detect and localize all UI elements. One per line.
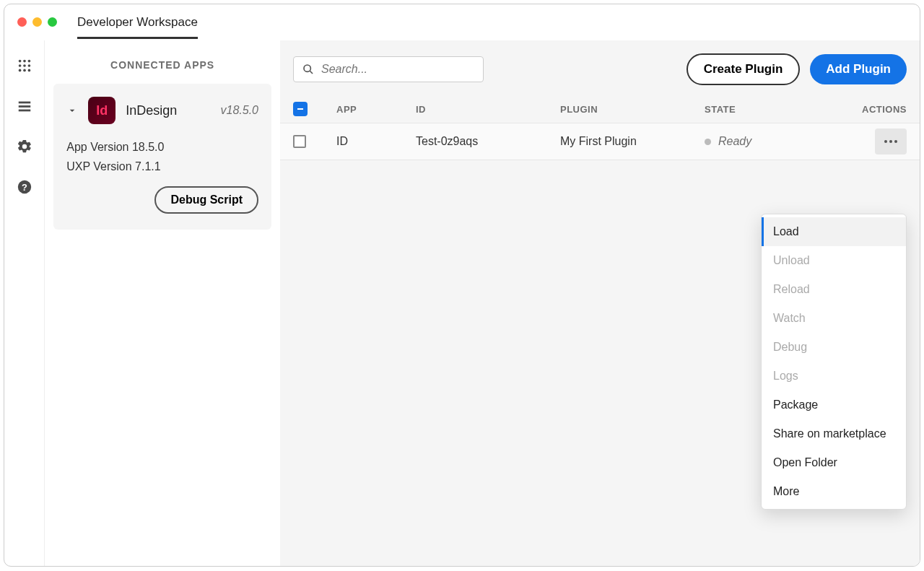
minimize-icon[interactable] — [32, 17, 42, 27]
svg-rect-9 — [18, 102, 30, 104]
add-plugin-button[interactable]: Add Plugin — [810, 54, 907, 84]
connected-app-card: Id InDesign v18.5.0 App Version 18.5.0 U… — [53, 84, 271, 230]
sidebar-title: CONNECTED APPS — [53, 51, 271, 84]
svg-point-5 — [27, 64, 30, 67]
cell-plugin: My First Plugin — [560, 135, 705, 148]
window-controls — [17, 17, 57, 27]
state-label: Ready — [718, 135, 751, 148]
svg-point-14 — [304, 65, 310, 71]
svg-point-4 — [23, 64, 26, 67]
app-version-detail: App Version 18.5.0 — [66, 137, 258, 157]
search-icon — [302, 63, 314, 76]
nav-rail: ? — [4, 40, 44, 566]
svg-point-6 — [18, 69, 21, 72]
gear-icon[interactable] — [17, 139, 32, 154]
row-checkbox[interactable] — [293, 135, 306, 148]
table-header: APP ID PLUGIN STATE ACTIONS — [280, 95, 920, 123]
svg-point-3 — [18, 64, 21, 67]
debug-script-button[interactable]: Debug Script — [154, 186, 258, 214]
main-panel: Create Plugin Add Plugin APP ID PLUGIN S… — [280, 40, 920, 566]
menu-item-reload: Reload — [762, 275, 906, 304]
svg-point-7 — [23, 69, 26, 72]
app-header[interactable]: Id InDesign v18.5.0 — [66, 97, 258, 124]
cell-state: Ready — [705, 135, 849, 148]
menu-item-more[interactable]: More — [762, 477, 906, 506]
menu-item-debug: Debug — [762, 333, 906, 362]
menu-item-share-on-marketplace[interactable]: Share on marketplace — [762, 419, 906, 448]
svg-point-2 — [27, 60, 30, 63]
cell-id: Test-0z9aqs — [416, 135, 560, 148]
toolbar: Create Plugin Add Plugin — [280, 40, 920, 95]
create-plugin-button[interactable]: Create Plugin — [687, 53, 801, 85]
svg-text:?: ? — [22, 182, 27, 193]
apps-grid-icon[interactable] — [17, 58, 32, 74]
menu-item-load[interactable]: Load — [762, 217, 906, 246]
svg-point-8 — [27, 69, 30, 72]
cell-app: ID — [336, 135, 416, 148]
body: ? CONNECTED APPS Id InDesign v18.5.0 App… — [4, 40, 920, 566]
maximize-icon[interactable] — [48, 17, 57, 27]
chevron-down-icon — [66, 105, 78, 116]
app-name: InDesign — [126, 103, 210, 118]
col-state: STATE — [705, 104, 849, 115]
state-dot-icon — [705, 139, 711, 145]
app-version: v18.5.0 — [221, 104, 258, 117]
col-plugin: PLUGIN — [560, 104, 705, 115]
select-all-checkbox[interactable] — [293, 102, 308, 116]
col-app: APP — [336, 104, 416, 115]
menu-item-unload: Unload — [762, 246, 906, 275]
close-icon[interactable] — [17, 17, 27, 27]
menu-item-watch: Watch — [762, 304, 906, 333]
svg-rect-10 — [18, 105, 30, 108]
indesign-icon: Id — [88, 97, 116, 124]
col-id: ID — [416, 104, 560, 115]
app-window: Developer Workspace ? CONNECTED APPS Id — [4, 4, 920, 567]
tab-developer-workspace[interactable]: Developer Workspace — [77, 5, 198, 39]
search-input[interactable] — [321, 63, 474, 76]
svg-rect-11 — [18, 110, 30, 112]
help-icon[interactable]: ? — [17, 179, 32, 195]
menu-item-package[interactable]: Package — [762, 391, 906, 419]
col-actions: ACTIONS — [849, 104, 907, 115]
svg-point-1 — [23, 60, 26, 63]
menu-item-open-folder[interactable]: Open Folder — [762, 448, 906, 477]
titlebar: Developer Workspace — [4, 4, 920, 40]
actions-menu: LoadUnloadReloadWatchDebugLogsPackageSha… — [761, 214, 907, 510]
svg-rect-16 — [297, 108, 303, 110]
svg-line-15 — [310, 71, 313, 74]
table-row[interactable]: ID Test-0z9aqs My First Plugin Ready — [280, 123, 920, 160]
svg-point-0 — [18, 60, 21, 63]
menu-item-logs: Logs — [762, 362, 906, 391]
more-icon — [884, 140, 897, 143]
search-field[interactable] — [293, 56, 484, 82]
app-meta: App Version 18.5.0 UXP Version 7.1.1 — [66, 137, 258, 176]
menu-icon[interactable] — [17, 98, 32, 114]
sidebar: CONNECTED APPS Id InDesign v18.5.0 App V… — [44, 40, 280, 566]
uxp-version-detail: UXP Version 7.1.1 — [66, 157, 258, 176]
plugins-table: APP ID PLUGIN STATE ACTIONS ID Test-0z9a… — [280, 95, 920, 160]
row-actions-button[interactable] — [875, 128, 907, 154]
